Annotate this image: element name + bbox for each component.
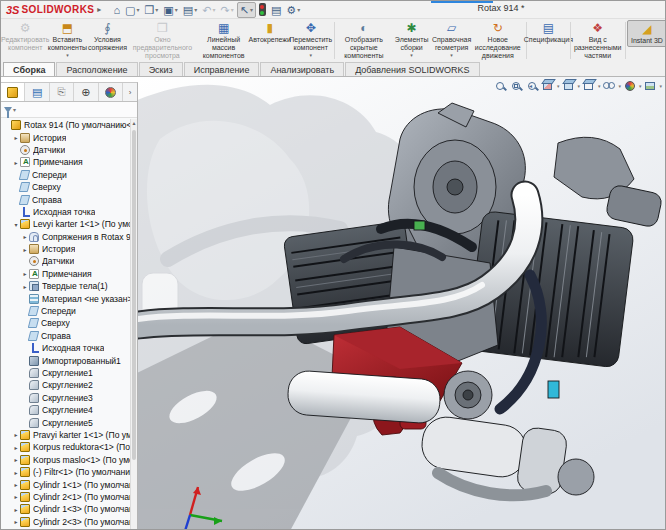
tree-item[interactable]: ▸Korpus maslo<1> (По умолчани — [1, 454, 130, 466]
tab-эскиз[interactable]: Эскиз — [139, 62, 183, 76]
tree-item[interactable]: Скругление3 — [1, 392, 130, 404]
tree-item[interactable]: Датчики — [1, 144, 130, 156]
menu-flyout-caret-icon[interactable]: ▸ — [97, 5, 101, 14]
tree-item[interactable]: ▸Cylindr 2<3> (По умолчанию<< — [1, 516, 130, 528]
options-button[interactable]: ⚙▾ — [284, 2, 302, 18]
panel-tab-overflow[interactable]: › — [123, 88, 137, 97]
reference-geometry-button[interactable]: ▱Справочная геометрия▾ — [432, 20, 472, 59]
dropdown-caret-icon[interactable]: ▾ — [155, 6, 158, 13]
tree-item[interactable]: Скругление2 — [1, 379, 130, 391]
dropdown-caret-icon[interactable]: ▾ — [450, 53, 453, 58]
new-button[interactable]: ▢▾ — [123, 2, 141, 18]
tree-item[interactable]: ▾Levyi karter 1<1> (По умолчани — [1, 218, 130, 230]
tab-configurationmanager[interactable]: ⎘ — [50, 83, 74, 101]
section-view-button[interactable] — [540, 78, 556, 93]
expand-arrow-icon[interactable]: ▾ — [12, 221, 20, 228]
tab-featuremanager[interactable] — [1, 83, 25, 101]
print-button[interactable]: ▤▾ — [181, 2, 199, 18]
expand-arrow-icon[interactable]: ▸ — [12, 481, 20, 488]
expand-arrow-icon[interactable]: ▸ — [12, 431, 20, 438]
expand-arrow-icon[interactable]: ▸ — [12, 456, 20, 463]
assembly-features-button[interactable]: ✱Элементы сборки▾ — [392, 20, 432, 59]
dropdown-caret-icon[interactable]: ▾ — [309, 53, 312, 58]
expand-arrow-icon[interactable]: ▸ — [21, 246, 29, 253]
tree-item[interactable]: ▸Примечания — [1, 268, 130, 280]
dropdown-caret-icon[interactable]: ▾ — [410, 53, 413, 58]
tab-анализировать[interactable]: Анализировать — [260, 62, 344, 76]
tree-item[interactable]: Rotax 914 (По умолчанию<Состоя — [1, 119, 130, 131]
dropdown-caret-icon[interactable]: ▾ — [136, 6, 139, 13]
tab-dimxpertmanager[interactable]: ⊕ — [74, 83, 98, 101]
tab-расположение[interactable]: Расположение — [56, 62, 137, 76]
zoom-to-fit-button[interactable] — [492, 78, 508, 93]
tree-filter-bar[interactable]: ▾ — [1, 102, 137, 118]
new-motion-study-button[interactable]: ↻Новое исследование движения — [472, 20, 524, 61]
home-button[interactable]: ⌂ — [111, 2, 122, 18]
tree-item[interactable]: Спереди — [1, 169, 130, 181]
expand-arrow-icon[interactable]: ▸ — [12, 444, 20, 451]
dropdown-caret-icon[interactable]: ▾ — [297, 6, 300, 13]
dropdown-caret-icon[interactable]: ▾ — [194, 6, 197, 13]
tree-item[interactable]: Сверху — [1, 317, 130, 329]
expand-arrow-icon[interactable]: ▸ — [12, 518, 20, 525]
dropdown-caret-icon[interactable]: ▾ — [231, 6, 234, 13]
previous-view-button[interactable] — [524, 78, 540, 93]
view-orientation-button[interactable] — [560, 78, 576, 93]
expand-arrow-icon[interactable]: ▸ — [12, 493, 20, 500]
graphics-viewport[interactable]: ▾▾▾▾▾▾ — [138, 77, 666, 530]
tab-сборка[interactable]: Сборка — [3, 62, 55, 76]
dropdown-caret-icon[interactable]: ▾ — [598, 83, 601, 89]
tree-item[interactable]: ▸Cylindr 1<3> (По умолчанию<< — [1, 503, 130, 515]
tree-item[interactable]: Датчики — [1, 255, 130, 267]
edit-component-button[interactable]: ⚙Редактировать компонент — [3, 20, 47, 53]
tab-propertymanager[interactable]: ▤ — [25, 83, 49, 101]
zoom-to-area-button[interactable] — [508, 78, 524, 93]
dropdown-caret-icon[interactable]: ▾ — [212, 6, 215, 13]
dropdown-caret-icon[interactable]: ▾ — [577, 83, 580, 89]
move-component-button[interactable]: ✥Переместить компонент▾ — [290, 20, 332, 59]
tab-исправление[interactable]: Исправление — [184, 62, 260, 76]
smart-fasteners-button[interactable]: ▮Автокрепежи — [250, 20, 290, 45]
tree-scrollbar[interactable]: ▲ — [130, 119, 137, 530]
tree-item[interactable]: ▸История — [1, 131, 130, 143]
instant3d-button[interactable]: ◢Instant 3D — [627, 20, 666, 47]
expand-arrow-icon[interactable]: ▸ — [12, 469, 20, 476]
dropdown-caret-icon[interactable]: ▾ — [618, 83, 621, 89]
dropdown-caret-icon[interactable]: ▾ — [557, 83, 560, 89]
dropdown-caret-icon[interactable]: ▾ — [66, 53, 69, 58]
exploded-view-button[interactable]: ❖Вид с разнесенными частями▾ — [573, 20, 623, 67]
tree-item[interactable]: ▸Cylindr 2<1> (По умолчанию<< — [1, 491, 130, 503]
expand-arrow-icon[interactable]: ▸ — [12, 506, 20, 513]
dropdown-caret-icon[interactable]: ▾ — [639, 83, 642, 89]
expand-arrow-icon[interactable]: ▸ — [21, 270, 29, 277]
tree-item[interactable]: Справа — [1, 330, 130, 342]
expand-arrow-icon[interactable]: ▸ — [21, 233, 29, 240]
tree-item[interactable]: ▸Твердые тела(1) — [1, 280, 130, 292]
mates-button[interactable]: ∮Условия сопряжения — [87, 20, 127, 53]
open-button[interactable]: ❒▾ — [142, 2, 160, 18]
display-style-button[interactable] — [581, 78, 597, 93]
apply-scene-button[interactable] — [642, 78, 658, 93]
redo-button[interactable]: ↷▾ — [218, 2, 235, 18]
tree-item[interactable]: Спереди — [1, 305, 130, 317]
tree-item[interactable]: Исходная точка — [1, 206, 130, 218]
tab-добавления-solidworks[interactable]: Добавления SOLIDWORKS — [345, 62, 479, 76]
tree-item[interactable]: ▸Korpus reduktora<1> (По умолч — [1, 441, 130, 453]
linear-component-pattern-button[interactable]: ▦Линейный массив компонентов▾ — [197, 20, 249, 67]
tree-item[interactable]: ▸История — [1, 243, 130, 255]
tree-item[interactable]: ▸Cylindr 1<1> (По умолчанию<< — [1, 478, 130, 490]
save-button[interactable]: ▣▾ — [161, 2, 179, 18]
file-properties-button[interactable]: ▤ — [269, 2, 283, 18]
tree-item[interactable]: Материал <не указан> — [1, 292, 130, 304]
tree-item[interactable]: Импортированный1 — [1, 354, 130, 366]
tree-item[interactable]: ▸Pravyi karter 1<1> (По умолчани — [1, 429, 130, 441]
scroll-up-icon[interactable]: ▲ — [131, 119, 137, 128]
tree-item[interactable]: Скругление4 — [1, 404, 130, 416]
tree-item[interactable]: Скругление5 — [1, 416, 130, 428]
dropdown-caret-icon[interactable]: ▾ — [175, 6, 178, 13]
undo-button[interactable]: ↶▾ — [200, 2, 217, 18]
rebuild-button[interactable] — [257, 2, 268, 18]
tree-item[interactable]: ▸(-) Filtr<1> (По умолчанию<<П — [1, 466, 130, 478]
bill-of-materials-button[interactable]: ▤Спецификация — [528, 20, 568, 45]
insert-components-button[interactable]: ⬒Вставить компоненты▾ — [47, 20, 87, 59]
